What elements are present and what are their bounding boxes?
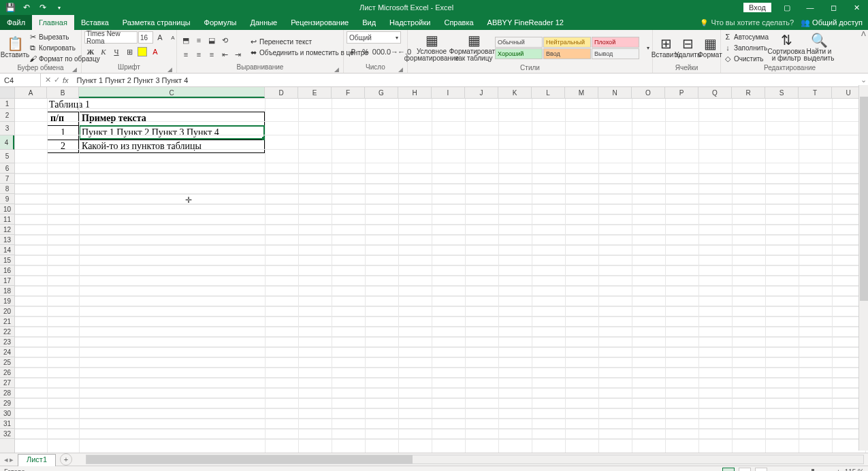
row-header-9[interactable]: 9: [0, 194, 14, 204]
hscroll-thumb[interactable]: [86, 455, 413, 464]
col-header-C[interactable]: C: [79, 87, 265, 98]
row-header-2[interactable]: 2: [0, 109, 14, 122]
col-header-R[interactable]: R: [732, 87, 765, 98]
font-grow-icon[interactable]: A: [154, 31, 166, 44]
row-header-20[interactable]: 20: [0, 306, 14, 316]
find-select-button[interactable]: 🔍Найти ивыделить: [804, 31, 834, 64]
row-header-22[interactable]: 22: [0, 327, 14, 337]
style-bad[interactable]: Плохой: [592, 37, 639, 48]
style-input[interactable]: Ввод: [543, 48, 591, 59]
tab-view[interactable]: Вид: [355, 15, 383, 30]
sheet-nav-prev-icon[interactable]: ◂: [4, 455, 8, 464]
vscroll-thumb[interactable]: [860, 97, 868, 301]
autosum-button[interactable]: ΣАвтосумма: [724, 32, 769, 42]
col-header-D[interactable]: D: [265, 87, 298, 98]
tab-review[interactable]: Рецензирование: [284, 15, 355, 30]
align-launcher-icon[interactable]: ◢: [334, 66, 339, 73]
col-header-A[interactable]: A: [15, 87, 47, 98]
style-normal[interactable]: Обычный: [495, 37, 543, 48]
tell-me-search[interactable]: Что вы хотите сделать?: [700, 18, 794, 27]
col-header-J[interactable]: J: [465, 87, 498, 98]
row-header-11[interactable]: 11: [0, 214, 14, 225]
row-header-13[interactable]: 13: [0, 235, 14, 245]
orientation-icon[interactable]: ⟲: [219, 34, 231, 46]
col-header-Q[interactable]: Q: [698, 87, 732, 98]
col-header-O[interactable]: O: [632, 87, 665, 98]
row-header-29[interactable]: 29: [0, 398, 14, 408]
style-good[interactable]: Хороший: [495, 48, 543, 59]
border-button[interactable]: ⊞: [123, 46, 135, 58]
col-header-K[interactable]: K: [498, 87, 532, 98]
tab-insert[interactable]: Вставка: [74, 15, 116, 30]
tab-formulas[interactable]: Формулы: [197, 15, 244, 30]
view-page-layout-icon[interactable]: [739, 468, 751, 472]
cell-c3[interactable]: Пример текста: [82, 113, 146, 124]
row-header-8[interactable]: 8: [0, 184, 14, 194]
row-header-25[interactable]: 25: [0, 357, 14, 368]
style-neutral[interactable]: Нейтральный: [543, 37, 591, 48]
row-header-21[interactable]: 21: [0, 316, 14, 327]
conditional-format-button[interactable]: ▦Условноеформатирование: [411, 31, 453, 64]
sheet-nav-next-icon[interactable]: ▸: [10, 455, 14, 464]
tab-help[interactable]: Справка: [437, 15, 480, 30]
number-format-select[interactable]: Общий▾: [347, 31, 401, 44]
view-page-break-icon[interactable]: [755, 468, 767, 472]
cell-b3[interactable]: п/п: [50, 113, 64, 124]
col-header-M[interactable]: M: [565, 87, 598, 98]
indent-dec-icon[interactable]: ⇤: [219, 48, 231, 61]
delete-cells-button[interactable]: ⊟Удалить: [677, 31, 698, 64]
font-color-button[interactable]: A: [149, 46, 161, 58]
col-header-B[interactable]: B: [47, 87, 79, 98]
zoom-in-icon[interactable]: +: [837, 468, 841, 471]
row-header-10[interactable]: 10: [0, 204, 14, 214]
row-header-1[interactable]: 1: [0, 99, 14, 109]
bold-button[interactable]: Ж: [84, 46, 97, 58]
comma-icon[interactable]: 000: [372, 46, 385, 58]
row-header-6[interactable]: 6: [0, 163, 14, 174]
col-header-N[interactable]: N: [598, 87, 632, 98]
fill-color-button[interactable]: [136, 46, 148, 58]
row-header-32[interactable]: 32: [0, 429, 14, 439]
row-header-23[interactable]: 23: [0, 337, 14, 347]
inc-decimal-icon[interactable]: .0→: [385, 46, 398, 58]
row-header-19[interactable]: 19: [0, 296, 14, 306]
expand-formula-icon[interactable]: ⌄: [858, 76, 868, 84]
clear-button[interactable]: ◇Очистить: [724, 54, 769, 64]
add-sheet-button[interactable]: +: [60, 453, 72, 466]
align-right-icon[interactable]: ≡: [206, 48, 218, 61]
qat-customize-icon[interactable]: ▾: [52, 1, 67, 14]
row-header-4[interactable]: 4: [0, 135, 14, 150]
fx-icon[interactable]: fx: [63, 76, 69, 84]
col-header-E[interactable]: E: [298, 87, 332, 98]
row-header-3[interactable]: 3: [0, 122, 14, 135]
row-header-16[interactable]: 16: [0, 265, 14, 276]
cell-c5[interactable]: Какой-то из пунктов таблицы: [82, 141, 202, 152]
insert-cells-button[interactable]: ⊞Вставить: [656, 31, 676, 64]
font-size-select[interactable]: 16: [138, 31, 153, 44]
zoom-value[interactable]: 115 %: [845, 468, 864, 471]
select-all-button[interactable]: [0, 87, 14, 99]
align-left-icon[interactable]: ≡: [180, 48, 192, 61]
tab-abbyy[interactable]: ABBYY FineReader 12: [481, 15, 570, 30]
col-header-P[interactable]: P: [665, 87, 698, 98]
row-header-17[interactable]: 17: [0, 276, 14, 286]
row-header-27[interactable]: 27: [0, 378, 14, 388]
ribbon-options-icon[interactable]: ▢: [775, 0, 799, 15]
tab-home[interactable]: Главная: [32, 15, 74, 30]
align-top-icon[interactable]: ⬒: [180, 34, 192, 46]
cell-b4[interactable]: 1: [61, 127, 65, 138]
italic-button[interactable]: К: [97, 46, 110, 58]
view-normal-icon[interactable]: [722, 468, 735, 472]
horizontal-scrollbar[interactable]: [86, 455, 864, 464]
align-middle-icon[interactable]: ≡: [193, 34, 205, 46]
row-header-7[interactable]: 7: [0, 174, 14, 184]
font-family-select[interactable]: Times New Roma: [84, 31, 138, 44]
col-header-F[interactable]: F: [332, 87, 365, 98]
collapse-ribbon-icon[interactable]: ᐱ: [858, 30, 868, 73]
paste-button[interactable]: 📋Вставить: [3, 31, 27, 64]
align-center-icon[interactable]: ≡: [193, 48, 205, 61]
row-header-30[interactable]: 30: [0, 408, 14, 419]
row-header-31[interactable]: 31: [0, 419, 14, 429]
share-button[interactable]: 👥 Общий доступ: [801, 18, 863, 27]
sort-filter-button[interactable]: ⇅Сортировкаи фильтр: [770, 31, 803, 64]
